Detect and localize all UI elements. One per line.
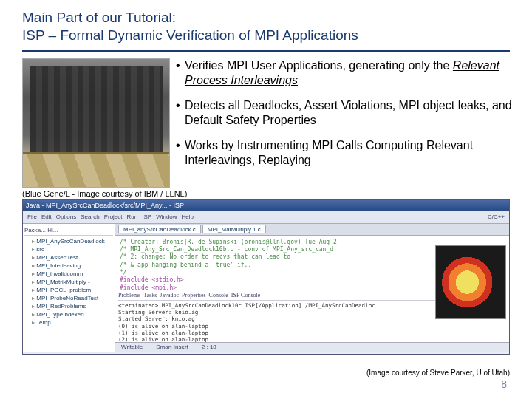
page-number: 8 — [501, 378, 507, 390]
menu-item[interactable]: File — [27, 214, 37, 220]
ide-project-tree[interactable]: Packa... Hi... MPI_AnySrcCanDeadlock src… — [23, 224, 115, 352]
editor-tab[interactable]: MPI_anySrcCanDeadlock.c — [118, 225, 201, 233]
bullet-item: Verifies MPI User Applications, generati… — [176, 58, 526, 88]
editor-tab[interactable]: MPI_MatMultiply 1.c — [202, 225, 266, 233]
tree-item[interactable]: MPI_AnySrcCanDeadlock — [24, 237, 113, 245]
raytrace-caption: (Image courtesy of Steve Parker, U of Ut… — [366, 369, 510, 377]
console-tab[interactable]: ISP Console — [231, 292, 261, 299]
menu-item[interactable]: Project — [104, 214, 123, 220]
bullet-text: Works by Instrumenting MPI Calls Computi… — [185, 139, 473, 166]
tree-item[interactable]: MPI_Interleaving — [24, 262, 113, 270]
ide-editor-tabs: MPI_anySrcCanDeadlock.c MPI_MatMultiply … — [115, 224, 509, 236]
bullet-item: Works by Instrumenting MPI Calls Computi… — [176, 138, 526, 168]
title-underline — [22, 50, 510, 52]
tree-item[interactable]: MPI_invalidcomm — [24, 270, 113, 278]
bluegene-caption: (Blue Gene/L - Image courtesy of IBM / L… — [0, 188, 532, 200]
tree-item[interactable]: MPI_RedProblems — [24, 302, 113, 310]
menu-item[interactable]: Edit — [41, 214, 52, 220]
tree-item[interactable]: MPI_PGCL_problem — [24, 286, 113, 294]
slide-title: Main Part of our Tutorial: ISP – Formal … — [0, 0, 532, 47]
tree-tab[interactable]: Packa... — [24, 227, 46, 233]
tree-item[interactable]: MPI_ProbeNoReadTest — [24, 294, 113, 302]
console-line: (0) is alive on alan-laptop — [118, 323, 506, 330]
status-item: 2 : 18 — [202, 344, 216, 352]
menu-item[interactable]: Search — [81, 214, 99, 220]
bullet-text: Verifies MPI User Applications, generati… — [185, 59, 453, 72]
perspective-label[interactable]: C/C++ — [488, 214, 505, 220]
bullet-list: Verifies MPI User Applications, generati… — [176, 58, 526, 188]
status-item: Smart Insert — [156, 344, 188, 352]
console-tab[interactable]: Javadoc — [160, 292, 179, 299]
tree-item[interactable]: MPI_AssertTest — [24, 253, 113, 262]
console-tab[interactable]: Console — [209, 292, 228, 299]
raytrace-image — [435, 245, 506, 319]
tree-tab[interactable]: Hi... — [47, 227, 58, 233]
ide-menu-bar: File Edit Options Search Project Run ISP… — [23, 211, 509, 224]
title-line-1: Main Part of our Tutorial: — [22, 9, 532, 27]
tree-item[interactable]: Temp — [24, 318, 113, 327]
ide-status-bar: Writable Smart Insert 2 : 18 — [115, 342, 509, 352]
menu-item[interactable]: Options — [56, 214, 77, 220]
menu-item[interactable]: ISP — [142, 214, 151, 220]
bullet-text: Detects all Deadlocks, Assert Violations… — [185, 99, 512, 126]
status-item: Writable — [121, 344, 143, 352]
title-line-2: ISP – Formal Dynamic Verification of MPI… — [22, 27, 532, 44]
console-tab[interactable]: Tasks — [143, 292, 157, 299]
console-tab[interactable]: Problems — [118, 292, 140, 299]
bluegene-image — [22, 58, 170, 188]
tree-item[interactable]: MPI_MatrixMultiply - — [24, 278, 113, 286]
menu-item[interactable]: Window — [156, 214, 177, 220]
menu-item[interactable]: Run — [127, 214, 138, 220]
bullet-item: Detects all Deadlocks, Assert Violations… — [176, 98, 526, 128]
console-line: (1) is alive on alan-laptop — [118, 330, 506, 336]
ide-window-title: Java - MPI_AnySrcCanDeadlock/src/MPI_Any… — [23, 200, 509, 211]
tree-item[interactable]: src — [24, 245, 113, 253]
console-tab[interactable]: Properties — [182, 292, 205, 299]
tree-item[interactable]: MPI_TypeIndexed — [24, 310, 113, 318]
menu-item[interactable]: Help — [182, 214, 194, 220]
console-line: (2) is alive on alan-laptop — [118, 336, 506, 341]
